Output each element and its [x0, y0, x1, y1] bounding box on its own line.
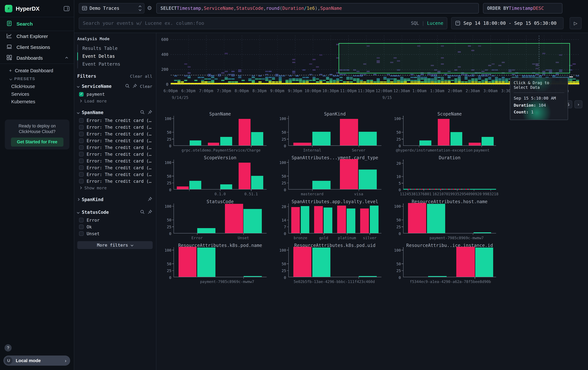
pin-icon[interactable]	[132, 83, 137, 90]
chart-plot[interactable]	[403, 117, 496, 146]
bar	[312, 132, 331, 145]
checkbox[interactable]	[79, 118, 84, 123]
filter-option[interactable]: Error	[77, 217, 152, 223]
pin-icon[interactable]	[147, 196, 152, 203]
chart-plot[interactable]	[288, 249, 381, 277]
filter-load-more[interactable]: Load more	[77, 98, 152, 104]
x-tick-label: payment-7985c8969c-mwmw7	[430, 236, 484, 240]
pin-icon[interactable]	[147, 109, 152, 116]
sql-select-input[interactable]: SELECT Timestamp, ServiceName, StatusCod…	[156, 3, 479, 13]
analysis-mode-event-deltas[interactable]: Event Deltas	[77, 52, 152, 60]
filter-option[interactable]: Error: The credit card (…	[77, 131, 152, 137]
checkbox[interactable]	[79, 172, 84, 177]
more-filters-button[interactable]: More filters	[77, 241, 153, 249]
date-range-picker[interactable]: Sep 14 18:00:00 - Sep 15 05:30:00	[451, 17, 564, 29]
x-tick-label: 1376801	[416, 192, 431, 196]
y-tick-label: 25	[389, 137, 401, 141]
search-icon[interactable]	[140, 209, 145, 216]
filter-group-spanname: SpanNameError: The credit card (…Error: …	[77, 108, 152, 191]
heatmap-x-tick: 6:00pm	[164, 89, 178, 93]
search-icon[interactable]	[125, 83, 130, 90]
filter-group-name[interactable]: ServiceName	[82, 84, 122, 89]
chart-plot[interactable]	[403, 205, 496, 233]
chart-plot[interactable]	[403, 161, 496, 190]
checkbox[interactable]	[79, 139, 84, 143]
checkbox[interactable]	[79, 152, 84, 156]
selection-box[interactable]	[339, 43, 570, 73]
chart-plot[interactable]	[174, 161, 267, 190]
checkbox[interactable]	[79, 132, 84, 136]
filter-option[interactable]: Error: The credit card (…	[77, 171, 152, 178]
sidebar-item-client-sessions[interactable]: Client Sessions	[0, 42, 74, 53]
get-started-button[interactable]: Get Started for Free	[11, 138, 63, 147]
chevron-down-icon[interactable]	[77, 211, 79, 213]
sidebar-item-dashboards[interactable]: Dashboards	[0, 53, 74, 64]
sidebar-item-chart-explorer[interactable]: Chart Explorer	[0, 31, 74, 42]
analysis-mode-results-table[interactable]: Results Table	[77, 45, 152, 52]
filter-group-name[interactable]: SpanName	[82, 110, 137, 115]
selection-handle[interactable]	[569, 76, 573, 77]
bar	[177, 186, 189, 189]
filter-option[interactable]: payment	[77, 91, 152, 98]
tooltip-time: Sep 15 5:10:00 AM	[514, 96, 564, 100]
x-tick-label: payment	[474, 148, 489, 152]
filter-group-name[interactable]: StatusCode	[82, 210, 137, 215]
filter-show-more[interactable]: Show more	[77, 185, 152, 191]
analysis-mode-event-patterns[interactable]: Event Patterns	[77, 60, 152, 68]
chevron-down-icon[interactable]	[77, 85, 79, 88]
checkbox[interactable]	[79, 165, 84, 170]
gear-icon[interactable]: ⚙	[147, 5, 152, 11]
clear-all-button[interactable]: Clear all	[130, 74, 152, 79]
sidebar-item-create-dashboard[interactable]: +Create Dashboard	[0, 66, 74, 75]
x-tick-label: 1621070	[432, 192, 448, 196]
search-icon[interactable]	[140, 109, 145, 116]
bar	[208, 143, 219, 145]
checkbox[interactable]	[79, 218, 84, 222]
user-menu[interactable]: U Local mode ›	[3, 356, 70, 366]
collapse-sidebar-icon[interactable]	[64, 6, 69, 11]
filter-option[interactable]: Error: The credit card (…	[77, 178, 152, 185]
run-query-button[interactable]: ▷	[570, 17, 582, 29]
chart-plot[interactable]	[288, 205, 381, 233]
filter-option[interactable]: Error: The credit card (…	[77, 144, 152, 151]
filter-option[interactable]: Ok	[77, 223, 152, 230]
chart-plot[interactable]	[288, 117, 381, 146]
checkbox[interactable]	[79, 159, 84, 163]
clear-filter-button[interactable]: Clear	[140, 84, 152, 89]
filter-option[interactable]: Error: The credit card (…	[77, 164, 152, 171]
sidebar-section-presets[interactable]: PRESETS	[0, 75, 74, 83]
source-select[interactable]: Demo Traces	[79, 3, 144, 13]
language-toggle[interactable]: SQL | Lucene	[411, 20, 443, 26]
next-page-button[interactable]: ›	[575, 100, 582, 108]
checkbox[interactable]	[79, 231, 84, 236]
filter-option[interactable]: Error: The credit card (…	[77, 137, 152, 144]
filter-option[interactable]: Unset	[77, 230, 152, 237]
search-input[interactable]	[83, 20, 411, 26]
checkbox[interactable]	[79, 145, 84, 150]
help-button[interactable]: ?	[4, 344, 11, 351]
chart-plot[interactable]	[288, 161, 381, 190]
filter-option[interactable]: Error: The credit card (…	[77, 151, 152, 158]
avatar: U	[5, 357, 12, 364]
sidebar-item-search[interactable]: Search	[0, 17, 74, 31]
chart-plot[interactable]	[174, 205, 267, 233]
filter-option[interactable]: Error: The credit card (…	[77, 117, 152, 124]
chart-plot[interactable]	[174, 117, 267, 146]
filter-option[interactable]: Error: The credit card (…	[77, 124, 152, 131]
checkbox[interactable]	[79, 225, 84, 229]
chevron-right-icon[interactable]	[77, 198, 79, 201]
chart-plot[interactable]	[174, 249, 267, 277]
filter-option[interactable]: Error: The credit card (…	[77, 158, 152, 164]
sidebar-item-preset-clickhouse[interactable]: ClickHouse	[0, 83, 74, 90]
filter-group-name[interactable]: SpanKind	[82, 197, 145, 202]
order-by-input[interactable]: ORDER BY Timestamp DESC	[483, 3, 563, 13]
sidebar-item-preset-services[interactable]: Services	[0, 90, 74, 98]
pin-icon[interactable]	[147, 209, 152, 216]
chevron-down-icon[interactable]	[77, 111, 79, 114]
chart-plot[interactable]	[403, 249, 496, 277]
grid-icon	[6, 55, 12, 61]
checkbox[interactable]	[79, 125, 84, 130]
checkbox-checked[interactable]	[79, 92, 84, 97]
checkbox[interactable]	[79, 179, 84, 183]
sidebar-item-preset-kubernetes[interactable]: Kubernetes	[0, 98, 74, 106]
